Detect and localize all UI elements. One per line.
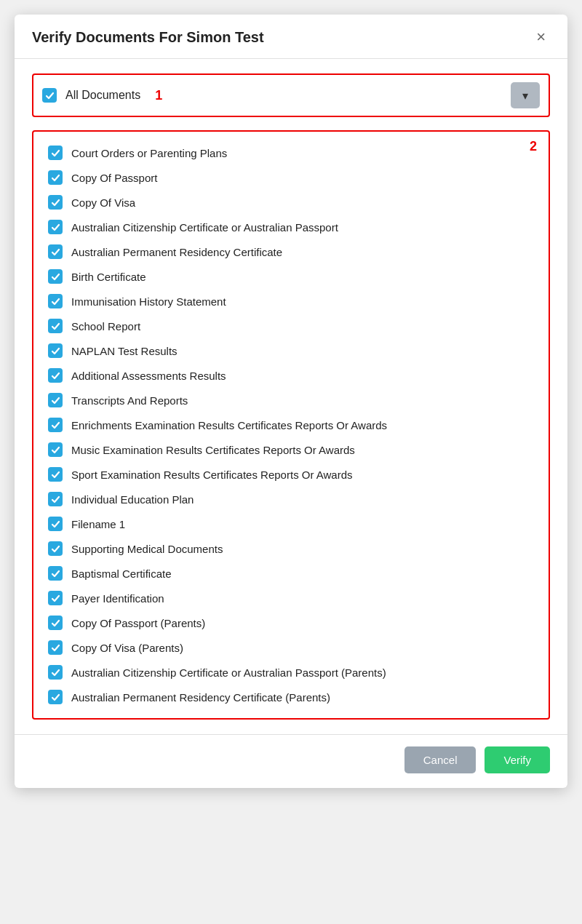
all-documents-checkbox[interactable]	[42, 88, 57, 103]
document-checkbox[interactable]	[48, 492, 63, 506]
list-item: Filename 1	[45, 511, 537, 536]
document-checkbox[interactable]	[48, 368, 63, 383]
list-item: Music Examination Results Certificates R…	[45, 437, 537, 462]
document-label: Immunisation History Statement	[71, 295, 226, 308]
modal-footer: Cancel Verify	[15, 734, 567, 788]
list-item: Australian Permanent Residency Certifica…	[45, 239, 537, 264]
modal-title: Verify Documents For Simon Test	[32, 29, 264, 46]
all-documents-label: All Documents	[65, 89, 140, 102]
cancel-button[interactable]: Cancel	[404, 746, 477, 773]
list-item: School Report	[45, 314, 537, 338]
document-label: Australian Permanent Residency Certifica…	[71, 691, 330, 704]
document-label: School Report	[71, 320, 140, 332]
document-label: Payer Identification	[71, 592, 164, 605]
document-label: Court Orders or Parenting Plans	[71, 147, 227, 159]
document-checkbox[interactable]	[48, 665, 63, 680]
list-item: Birth Certificate	[45, 264, 537, 289]
list-item: Enrichments Examination Results Certific…	[45, 413, 537, 437]
modal-header: Verify Documents For Simon Test ×	[15, 15, 567, 59]
list-item: NAPLAN Test Results	[45, 338, 537, 363]
document-checkbox[interactable]	[48, 294, 63, 308]
dropdown-button[interactable]: ▾	[511, 82, 540, 108]
document-checkbox[interactable]	[48, 146, 63, 160]
document-label: Copy Of Passport	[71, 172, 157, 184]
list-item: Australian Citizenship Certificate or Au…	[45, 215, 537, 239]
documents-list: Court Orders or Parenting Plans Copy Of …	[45, 140, 537, 709]
document-label: Supporting Medical Documents	[71, 543, 223, 555]
all-documents-row: All Documents 1 ▾	[32, 73, 550, 117]
document-checkbox[interactable]	[48, 517, 63, 531]
documents-list-container: 2 Court Orders or Parenting Plans Copy O…	[32, 130, 550, 720]
verify-button[interactable]: Verify	[485, 746, 550, 773]
list-item: Court Orders or Parenting Plans	[45, 140, 537, 165]
list-item: Supporting Medical Documents	[45, 536, 537, 561]
document-checkbox[interactable]	[48, 170, 63, 185]
list-item: Copy Of Passport	[45, 165, 537, 190]
document-label: Sport Examination Results Certificates R…	[71, 469, 353, 481]
document-label: Individual Education Plan	[71, 493, 194, 506]
all-documents-left: All Documents 1	[42, 88, 162, 103]
document-checkbox[interactable]	[48, 591, 63, 605]
document-checkbox[interactable]	[48, 393, 63, 407]
list-item: Copy Of Passport (Parents)	[45, 610, 537, 635]
document-label: NAPLAN Test Results	[71, 345, 178, 357]
chevron-down-icon: ▾	[522, 89, 528, 103]
document-checkbox[interactable]	[48, 244, 63, 259]
document-checkbox[interactable]	[48, 616, 63, 630]
document-checkbox[interactable]	[48, 319, 63, 333]
list-item: Payer Identification	[45, 586, 537, 610]
modal-body: All Documents 1 ▾ 2 Court Orders or Pare…	[15, 59, 567, 734]
list-item: Individual Education Plan	[45, 487, 537, 511]
step-2-label: 2	[530, 139, 537, 154]
document-checkbox[interactable]	[48, 640, 63, 655]
document-label: Additional Assessments Results	[71, 370, 226, 382]
step-1-label: 1	[155, 88, 162, 103]
document-checkbox[interactable]	[48, 343, 63, 358]
document-checkbox[interactable]	[48, 442, 63, 457]
document-label: Australian Citizenship Certificate or Au…	[71, 221, 338, 234]
document-label: Music Examination Results Certificates R…	[71, 444, 355, 456]
list-item: Baptismal Certificate	[45, 561, 537, 586]
document-label: Transcripts And Reports	[71, 394, 188, 407]
list-item: Immunisation History Statement	[45, 289, 537, 314]
document-label: Copy Of Visa	[71, 196, 135, 209]
document-checkbox[interactable]	[48, 220, 63, 234]
close-button[interactable]: ×	[532, 28, 550, 47]
document-label: Australian Permanent Residency Certifica…	[71, 246, 282, 258]
list-item: Transcripts And Reports	[45, 388, 537, 413]
list-item: Australian Citizenship Certificate or Au…	[45, 660, 537, 685]
document-label: Australian Citizenship Certificate or Au…	[71, 666, 386, 679]
document-checkbox[interactable]	[48, 566, 63, 581]
verify-documents-modal: Verify Documents For Simon Test × All Do…	[15, 15, 567, 788]
document-checkbox[interactable]	[48, 467, 63, 482]
document-checkbox[interactable]	[48, 195, 63, 210]
document-checkbox[interactable]	[48, 269, 63, 284]
document-label: Copy Of Visa (Parents)	[71, 642, 183, 654]
list-item: Additional Assessments Results	[45, 363, 537, 388]
document-checkbox[interactable]	[48, 690, 63, 704]
list-item: Copy Of Visa (Parents)	[45, 635, 537, 660]
document-label: Baptismal Certificate	[71, 567, 172, 580]
document-checkbox[interactable]	[48, 418, 63, 432]
list-item: Copy Of Visa	[45, 190, 537, 215]
document-label: Enrichments Examination Results Certific…	[71, 419, 387, 431]
document-label: Filename 1	[71, 518, 125, 530]
document-label: Copy Of Passport (Parents)	[71, 617, 205, 629]
document-label: Birth Certificate	[71, 271, 146, 283]
list-item: Sport Examination Results Certificates R…	[45, 462, 537, 487]
document-checkbox[interactable]	[48, 541, 63, 556]
list-item: Australian Permanent Residency Certifica…	[45, 685, 537, 709]
